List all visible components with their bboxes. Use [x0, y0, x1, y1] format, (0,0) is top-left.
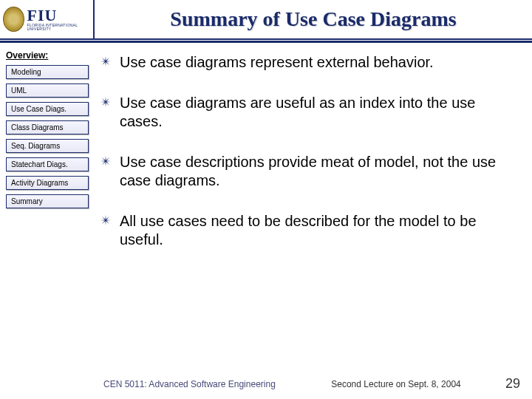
fiu-seal-icon	[3, 7, 24, 32]
bullet-1-text: Use case diagrams represent external beh…	[120, 53, 434, 72]
sidebar-heading: Overview:	[6, 50, 89, 61]
bullet-4-text: All use cases need to be described for t…	[120, 212, 514, 249]
sidebar-item-seq[interactable]: Seq. Diagrams	[6, 139, 89, 153]
slide-title: Summary of Use Case Diagrams	[170, 7, 456, 31]
sidebar-item-modeling[interactable]: Modeling	[6, 65, 89, 79]
starburst-icon	[99, 97, 112, 107]
bullet-4: All use cases need to be described for t…	[99, 212, 514, 249]
starburst-icon	[99, 215, 112, 225]
sidebar-item-activity[interactable]: Activity Diagrams	[6, 176, 89, 190]
bullet-3-text: Use case descriptions provide meat of mo…	[120, 153, 514, 190]
footer-page-number: 29	[494, 376, 520, 392]
sidebar-item-summary[interactable]: Summary	[6, 194, 89, 208]
logo-box: FIU FLORIDA INTERNATIONAL UNIVERSITY	[0, 0, 95, 38]
bullet-3: Use case descriptions provide meat of mo…	[99, 153, 514, 190]
logo-abbr: FIU	[27, 7, 91, 24]
logo-text: FIU FLORIDA INTERNATIONAL UNIVERSITY	[27, 7, 91, 31]
starburst-icon	[99, 56, 112, 66]
footer-course: CEN 5011: Advanced Software Engineering	[103, 379, 299, 389]
title-box: Summary of Use Case Diagrams	[95, 0, 532, 38]
sidebar: Overview: Modeling UML Use Case Diags. C…	[0, 43, 95, 399]
sidebar-item-uml[interactable]: UML	[6, 83, 89, 98]
header: FIU FLORIDA INTERNATIONAL UNIVERSITY Sum…	[0, 0, 532, 40]
starburst-icon	[99, 156, 112, 166]
bullet-list: Use case diagrams represent external beh…	[99, 53, 514, 249]
bullet-1: Use case diagrams represent external beh…	[99, 53, 514, 72]
body: Overview: Modeling UML Use Case Diags. C…	[0, 42, 532, 399]
content: Use case diagrams represent external beh…	[95, 43, 532, 399]
sidebar-item-class[interactable]: Class Diagrams	[6, 120, 89, 134]
sidebar-item-statechart[interactable]: Statechart Diags.	[6, 157, 89, 171]
footer: CEN 5011: Advanced Software Engineering …	[0, 376, 532, 392]
footer-lecture: Second Lecture on Sept. 8, 2004	[299, 379, 494, 389]
bullet-2-text: Use case diagrams are useful as an index…	[120, 94, 514, 131]
slide: FIU FLORIDA INTERNATIONAL UNIVERSITY Sum…	[0, 0, 532, 399]
bullet-2: Use case diagrams are useful as an index…	[99, 94, 514, 131]
sidebar-item-usecase[interactable]: Use Case Diags.	[6, 102, 89, 116]
logo-subtext: FLORIDA INTERNATIONAL UNIVERSITY	[27, 24, 91, 31]
